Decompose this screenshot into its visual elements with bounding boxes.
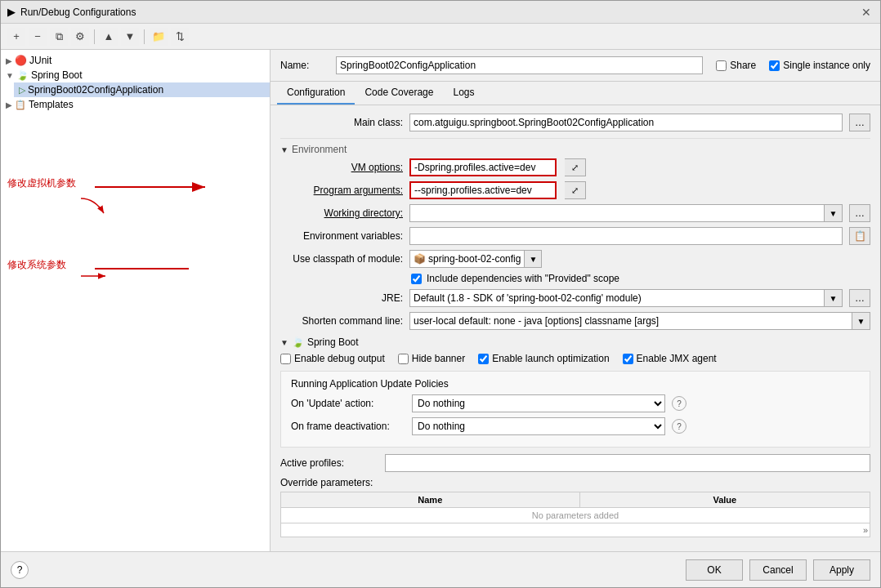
cancel-button[interactable]: Cancel [749, 559, 807, 581]
jre-dropdown-btn[interactable]: ▼ [825, 289, 843, 307]
on-frame-row: On frame deactivation: Do nothing ? [291, 417, 860, 435]
env-vars-row: Environment variables: 📋 [280, 227, 870, 245]
env-collapse-icon[interactable]: ▼ [280, 145, 288, 154]
tab-code-coverage[interactable]: Code Coverage [355, 82, 443, 105]
working-dir-input[interactable] [409, 204, 825, 222]
jre-input[interactable] [409, 289, 825, 307]
sort-button[interactable]: ⇅ [171, 28, 189, 46]
sidebar-item-spring-boot-group[interactable]: ▼ 🍃 Spring Boot [1, 68, 270, 82]
enable-jmx-checkbox[interactable] [623, 354, 633, 364]
active-profiles-row: Active profiles: [280, 454, 870, 472]
title-bar-left: ▶ Run/Debug Configurations [7, 6, 136, 18]
jre-row: JRE: ▼ … [280, 289, 870, 307]
on-update-help-button[interactable]: ? [672, 396, 686, 411]
bottom-left: ? [11, 561, 29, 579]
tab-configuration[interactable]: Configuration [277, 82, 355, 105]
bottom-bar: ? OK Cancel Apply [1, 551, 880, 587]
module-dropdown-wrap: 📦 spring-boot-02-config ▼ [409, 250, 870, 268]
classpath-row: Use classpath of module: 📦 spring-boot-0… [280, 250, 870, 268]
folder-button[interactable]: 📁 [150, 28, 168, 46]
hide-banner-checkbox[interactable] [398, 354, 409, 364]
share-checkbox[interactable] [716, 60, 727, 71]
up-button[interactable]: ▲ [100, 28, 118, 46]
vm-options-row: VM options: ⤢ [280, 158, 870, 176]
sidebar-junit-label: JUnit [29, 55, 51, 66]
update-policies-title: Running Application Update Policies [291, 378, 860, 390]
value-col-header: Value [579, 492, 870, 508]
working-dir-browse-button[interactable]: … [849, 204, 870, 222]
env-vars-input[interactable] [409, 227, 843, 245]
tabs: Configuration Code Coverage Logs [271, 82, 880, 105]
module-icon: 📦 spring-boot-02-config [409, 250, 524, 268]
vm-options-input[interactable] [409, 158, 557, 176]
name-label: Name: [280, 60, 329, 71]
annotation-sys: 修改系统参数 [7, 258, 105, 288]
name-col-header: Name [281, 492, 580, 508]
vm-options-expand-button[interactable]: ⤢ [565, 158, 586, 176]
enable-launch-checkbox[interactable] [478, 354, 489, 364]
working-dir-dropdown-btn[interactable]: ▼ [825, 204, 843, 222]
jre-label: JRE: [280, 292, 403, 304]
down-button[interactable]: ▼ [121, 28, 139, 46]
enable-debug-checkbox[interactable] [280, 354, 291, 364]
main-class-label: Main class: [280, 117, 403, 128]
annotation-vm: 修改虚拟机参数 [7, 176, 105, 215]
remove-button[interactable]: − [29, 28, 47, 46]
expand-icon-junit: ▶ [6, 56, 12, 65]
on-update-select[interactable]: Do nothing [412, 394, 665, 412]
module-file-icon: 📦 [414, 253, 426, 265]
program-args-label: Program arguments: [280, 185, 403, 196]
program-args-expand-button[interactable]: ⤢ [565, 181, 586, 199]
no-params-text: No parameters added [281, 508, 870, 523]
settings-button[interactable]: ⚙ [71, 28, 89, 46]
program-args-row: Program arguments: ⤢ [280, 181, 870, 199]
title-bar: ▶ Run/Debug Configurations ✕ [1, 1, 880, 24]
enable-launch-label: Enable launch optimization [492, 353, 609, 364]
update-policies-section: Running Application Update Policies On '… [280, 371, 870, 448]
environment-section-header: ▼ Environment [280, 138, 870, 155]
arrow-sys [7, 272, 105, 288]
junit-icon: 🔴 [15, 55, 27, 66]
classpath-label: Use classpath of module: [280, 253, 403, 265]
sidebar-item-templates[interactable]: ▶ 📋 Templates [1, 97, 270, 112]
env-vars-label: Environment variables: [280, 230, 403, 242]
sidebar: ▶ 🔴 JUnit ▼ 🍃 Spring Boot ▷ SpringBoot02… [1, 50, 271, 551]
main-class-input[interactable] [409, 114, 843, 131]
sidebar-item-spring-config[interactable]: ▷ SpringBoot02ConfigApplication [14, 82, 270, 97]
no-params-row: No parameters added [281, 508, 870, 523]
single-instance-checkbox[interactable] [769, 60, 780, 71]
name-input[interactable] [336, 56, 703, 74]
shorten-cmd-label: Shorten command line: [280, 315, 403, 327]
copy-button[interactable]: ⧉ [50, 28, 68, 46]
expand-icon-templates: ▶ [6, 100, 12, 109]
active-profiles-input[interactable] [385, 454, 870, 472]
include-dep-checkbox[interactable] [411, 274, 422, 284]
main-class-browse-button[interactable]: … [849, 114, 870, 131]
env-vars-browse-button[interactable]: 📋 [849, 227, 870, 245]
vm-options-input-wrap [409, 158, 557, 176]
shorten-cmd-row: Shorten command line: ▼ [280, 312, 870, 330]
program-args-input[interactable] [409, 181, 557, 199]
override-table: Name Value No parameters added [280, 492, 870, 523]
apply-button[interactable]: Apply [813, 559, 870, 581]
classpath-dropdown-btn[interactable]: ▼ [524, 250, 542, 268]
ok-button[interactable]: OK [686, 559, 743, 581]
main-panel: Name: Share Single instance only Configu… [271, 50, 880, 551]
toolbar: + − ⧉ ⚙ ▲ ▼ 📁 ⇅ [1, 24, 880, 50]
spring-collapse-icon[interactable]: ▼ [280, 338, 288, 347]
spring-boot-section-icon: 🍃 [292, 336, 304, 348]
on-frame-help-button[interactable]: ? [672, 419, 686, 434]
shorten-cmd-input[interactable] [409, 312, 852, 330]
close-button[interactable]: ✕ [859, 5, 874, 20]
enable-debug-label: Enable debug output [294, 353, 385, 364]
add-button[interactable]: + [7, 28, 25, 46]
enable-launch-wrap: Enable launch optimization [478, 353, 609, 364]
jre-browse-button[interactable]: … [849, 289, 870, 307]
tab-logs[interactable]: Logs [443, 82, 484, 105]
on-frame-select[interactable]: Do nothing [412, 417, 665, 435]
sidebar-item-junit-group[interactable]: ▶ 🔴 JUnit [1, 53, 270, 68]
help-button[interactable]: ? [11, 561, 29, 579]
shorten-cmd-dropdown-btn[interactable]: ▼ [852, 312, 870, 330]
override-more-icon: » [863, 525, 868, 535]
sidebar-spring-boot-label: Spring Boot [31, 69, 83, 81]
